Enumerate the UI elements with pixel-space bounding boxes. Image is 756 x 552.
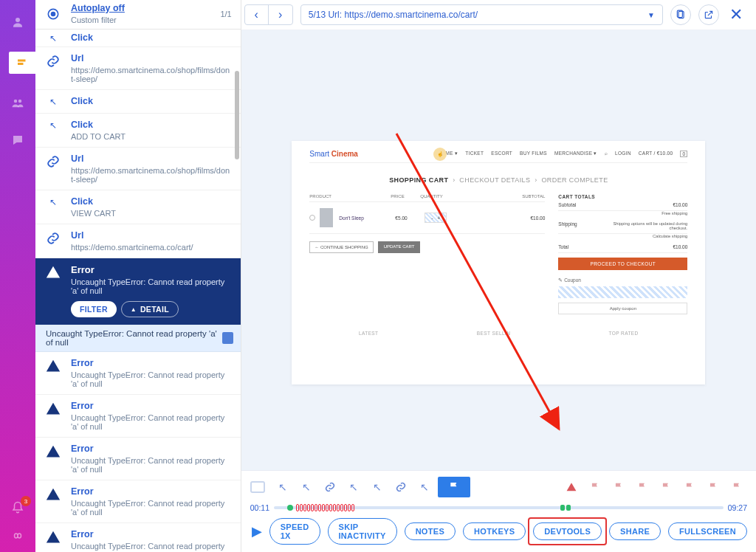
cursor-tool-icon[interactable]: ↖ (343, 478, 364, 496)
cursor-tool-icon[interactable]: ↖ (296, 478, 317, 496)
timeline-track[interactable] (274, 506, 724, 509)
continue-shopping-button: ← CONTINUE SHOPPING (309, 241, 373, 253)
chevron-down-icon: ▼ (647, 11, 655, 19)
event-row-selected[interactable]: Error Uncaught TypeError: Cannot read pr… (35, 258, 241, 325)
play-button[interactable]: ▶ (252, 523, 262, 539)
copy-icon[interactable] (222, 332, 233, 344)
flag-tool-active-icon[interactable] (438, 477, 470, 497)
speed-button[interactable]: SPEED 1X (269, 518, 320, 545)
nav-infinity-icon[interactable] (10, 528, 25, 543)
open-external-button[interactable] (698, 4, 719, 25)
apply-coupon-button: Apply coupon (558, 303, 687, 314)
svg-point-4 (52, 13, 55, 16)
notification-badge: 3 (21, 496, 31, 506)
playback-bar: ↖ ↖ ↖ ↖ ↖ 00:11 09:27 (241, 470, 756, 552)
event-row[interactable]: Url https://demo.smartcinema.co/shop/fil… (35, 47, 241, 90)
filter-sub: Custom filter (71, 15, 210, 24)
prev-button[interactable]: ‹ (245, 5, 269, 24)
filter-count: 1/1 (220, 10, 231, 18)
warning-icon (46, 530, 61, 545)
flag-icon[interactable] (726, 478, 747, 496)
link-icon (46, 154, 61, 169)
event-row[interactable]: Url https://demo.smartcinema.co/shop/fil… (35, 148, 241, 190)
filter-button[interactable]: FILTER (71, 301, 117, 317)
link-tool-icon[interactable] (320, 478, 340, 496)
warning-icon (46, 444, 61, 459)
flag-icon[interactable] (585, 478, 605, 496)
cursor-icon: ↖ (46, 97, 61, 107)
cursor-icon: ↖ (46, 197, 61, 207)
filter-title: Autoplay off (71, 3, 210, 13)
flag-icon[interactable] (656, 478, 676, 496)
link-tool-icon[interactable] (391, 478, 411, 496)
event-row[interactable]: ↖ Click (35, 30, 241, 47)
flag-icon[interactable] (632, 478, 653, 496)
devtools-button[interactable]: DEVTOOLS (533, 522, 602, 540)
flag-icon[interactable] (679, 478, 700, 496)
selected-error-detail: Uncaught TypeError: Cannot read property… (35, 325, 241, 352)
warning-icon (46, 401, 61, 416)
qty-input: - + (425, 213, 447, 223)
cursor-tool-icon[interactable]: ↖ (367, 478, 388, 496)
target-icon (46, 7, 61, 21)
event-row[interactable]: ↖ Click (35, 90, 241, 114)
update-cart-button: UPDATE CART (378, 241, 421, 253)
timeline[interactable]: 00:11 09:27 (250, 502, 747, 515)
site-nav: ☝ HOME ▾TICKETESCORTBUY FILMSMERCHANDISE… (438, 151, 687, 157)
time-end: 09:27 (728, 503, 747, 512)
next-button[interactable]: › (269, 5, 292, 24)
remove-item-icon (309, 215, 315, 221)
warning-icon (46, 359, 61, 373)
svg-point-0 (16, 18, 20, 22)
warning-icon (46, 487, 61, 502)
nav-notifications-icon[interactable]: 3 (10, 500, 25, 515)
product-thumbnail (320, 208, 333, 227)
warning-icon (46, 265, 61, 280)
cursor-tool-icon[interactable]: ↖ (272, 478, 293, 496)
checkout-breadcrumb: SHOPPING CART › CHECKOUT DETAILS › ORDER… (309, 176, 687, 184)
cursor-tool-icon[interactable]: ↖ (414, 478, 435, 496)
notes-button[interactable]: NOTES (405, 522, 456, 540)
fullscreen-button[interactable]: FULLSCREEN (668, 522, 747, 540)
link-icon (46, 54, 61, 69)
coupon-input (558, 286, 687, 298)
select-tool-icon[interactable] (250, 481, 265, 493)
url-bar: ‹ › 5/13 Url: https://demo.smartcinema.c… (241, 0, 756, 30)
filter-header[interactable]: Autoplay off Custom filter 1/1 (35, 0, 241, 30)
event-row[interactable]: ErrorUncaught TypeError: Cannot read pro… (35, 480, 241, 523)
nav-buttons: ‹ › (244, 4, 293, 25)
detail-button[interactable]: ▲DETAIL (121, 301, 179, 317)
event-row[interactable]: ↖ Click VIEW CART (35, 190, 241, 224)
nav-user-icon[interactable] (10, 15, 25, 30)
session-viewport: Smart Cinema ☝ HOME ▾TICKETESCORTBUY FIL… (241, 30, 756, 470)
nav-chat-icon[interactable] (10, 133, 25, 148)
clipboard-button[interactable] (670, 4, 691, 25)
link-icon (46, 231, 61, 246)
skip-inactivity-button[interactable]: SKIP INACTIVITY (328, 518, 397, 545)
event-row[interactable]: ErrorUncaught TypeError: Cannot read pro… (35, 395, 241, 438)
site-logo: Smart Cinema (309, 150, 358, 158)
recorded-page: Smart Cinema ☝ HOME ▾TICKETESCORTBUY FIL… (292, 141, 705, 384)
flag-icon[interactable] (608, 478, 629, 496)
event-panel: Autoplay off Custom filter 1/1 ↖ Click U… (35, 0, 241, 552)
flag-icon[interactable] (703, 478, 724, 496)
time-start: 00:11 (250, 503, 269, 512)
event-row[interactable]: ErrorUncaught TypeError: Cannot read pro… (35, 352, 241, 395)
error-flag-icon[interactable] (561, 478, 582, 496)
share-button[interactable]: SHARE (609, 522, 661, 540)
nav-sessions-icon[interactable] (9, 52, 35, 74)
event-row[interactable]: ErrorUncaught TypeError: Cannot read pro… (35, 438, 241, 480)
hotkeys-button[interactable]: HOTKEYS (463, 522, 526, 540)
scrollbar-thumb[interactable] (235, 71, 239, 159)
url-dropdown[interactable]: 5/13 Url: https://demo.smartcinema.co/ca… (300, 4, 663, 25)
close-button[interactable]: ✕ (726, 5, 746, 24)
cursor-icon: ↖ (46, 120, 61, 131)
event-row[interactable]: Url https://demo.smartcinema.co/cart/ (35, 224, 241, 258)
event-row[interactable]: ↖ Click ADD TO CART (35, 114, 241, 148)
left-nav: 3 (0, 0, 35, 552)
event-row[interactable]: ErrorUncaught TypeError: Cannot read pro… (35, 523, 241, 552)
main-panel: ‹ › 5/13 Url: https://demo.smartcinema.c… (241, 0, 756, 552)
cursor-icon: ↖ (46, 33, 61, 44)
nav-team-icon[interactable] (10, 96, 25, 111)
cursor-pointer-icon: ☝ (433, 148, 447, 161)
